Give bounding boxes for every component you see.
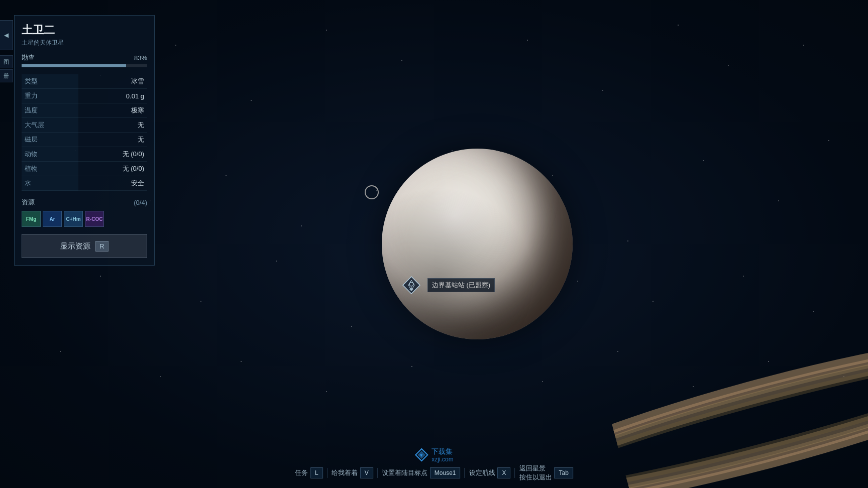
moon-body xyxy=(382,149,573,339)
planet-subtitle: 土星的天体卫星 xyxy=(22,39,147,47)
hotbar-item[interactable]: 任务L xyxy=(295,467,323,478)
chevron-left-icon: ◀ xyxy=(4,32,9,39)
stat-value: 0.01 g xyxy=(78,89,148,103)
hotbar-label: 设定航线 xyxy=(469,468,495,477)
stat-value: 冰雪 xyxy=(78,74,148,89)
resources-label: 资源 xyxy=(22,198,35,207)
moon-surface xyxy=(382,149,573,339)
watermark-icon: ▼ xyxy=(414,448,428,462)
hotbar-label: 给我着着 xyxy=(332,468,358,477)
hotbar-item[interactable]: 设定航线X xyxy=(469,467,511,478)
show-resources-button[interactable]: 显示资源 R xyxy=(22,234,147,258)
hotbar-key: Tab xyxy=(555,467,573,478)
log-icon-button[interactable]: 册 xyxy=(0,69,13,82)
stat-value: 无 (0/0) xyxy=(78,162,148,176)
stat-label: 大气层 xyxy=(22,118,78,133)
diamond-icon xyxy=(399,273,423,297)
stat-value: 无 xyxy=(78,118,148,133)
hotbar-key: V xyxy=(360,467,373,478)
hotbar-label: 设置着陆目标点 xyxy=(382,468,427,477)
stat-value: 安全 xyxy=(78,176,148,191)
hotbar-separator xyxy=(515,468,515,478)
hotbar-label: 返回星景 按住以退出 xyxy=(519,464,552,482)
map-icon-button[interactable]: 图 xyxy=(0,55,13,68)
table-row: 重力0.01 g xyxy=(22,89,147,103)
stat-label: 植物 xyxy=(22,162,78,176)
watermark-url: xzji.com xyxy=(431,456,453,463)
location-marker[interactable] xyxy=(365,185,379,199)
hotbar-separator xyxy=(377,468,378,478)
show-resources-key-badge: R xyxy=(95,241,108,252)
watermark-site-name: 下载集 xyxy=(431,447,453,456)
side-icons-panel: 图 册 xyxy=(0,55,13,82)
stat-label: 类型 xyxy=(22,74,78,89)
hotbar-key: Mouse1 xyxy=(430,467,461,478)
table-row: 动物无 (0/0) xyxy=(22,147,147,162)
map-icon: 图 xyxy=(4,58,9,66)
table-row: 类型冰雪 xyxy=(22,74,147,89)
stats-table: 类型冰雪重力0.01 g温度极寒大气层无磁层无动物无 (0/0)植物无 (0/0… xyxy=(22,74,147,191)
resource-chip[interactable]: FMg xyxy=(22,211,41,227)
resource-chip[interactable]: R-COC xyxy=(85,211,104,227)
survey-label: 勘查 xyxy=(22,53,35,62)
table-row: 水安全 xyxy=(22,176,147,191)
stat-value: 极寒 xyxy=(78,103,148,118)
hotbar: 任务L给我着着V设置着陆目标点Mouse1设定航线X返回星景 按住以退出Tab xyxy=(295,464,573,482)
stat-label: 动物 xyxy=(22,147,78,162)
stat-label: 重力 xyxy=(22,89,78,103)
resources-count: (0/4) xyxy=(134,199,147,206)
hotbar-label: 任务 xyxy=(295,468,308,477)
hotbar-separator xyxy=(465,468,465,478)
hotbar-key: L xyxy=(310,467,323,478)
settlement-marker[interactable]: 边界基站站 (已盟察) xyxy=(399,273,495,297)
hotbar-item[interactable]: 设置着陆目标点Mouse1 xyxy=(382,467,461,478)
survey-percentage: 83% xyxy=(134,54,147,62)
stat-value: 无 (0/0) xyxy=(78,147,148,162)
show-resources-label: 显示资源 xyxy=(60,241,90,251)
survey-section: 勘查 83% xyxy=(22,53,147,67)
planet-title: 土卫二 xyxy=(22,23,147,38)
stat-label: 磁层 xyxy=(22,133,78,147)
hotbar-item[interactable]: 给我着着V xyxy=(332,467,373,478)
hotbar-separator xyxy=(327,468,328,478)
survey-bar-background xyxy=(22,64,147,67)
svg-text:▼: ▼ xyxy=(419,453,423,458)
resources-section: 资源 (0/4) FMgArC+HmR-COC xyxy=(22,198,147,227)
stat-value: 无 xyxy=(78,133,148,147)
table-row: 大气层无 xyxy=(22,118,147,133)
hotbar-key: X xyxy=(498,467,511,478)
log-icon: 册 xyxy=(4,72,9,80)
info-panel: 土卫二 土星的天体卫星 勘查 83% 类型冰雪重力0.01 g温度极寒大气层无磁… xyxy=(14,15,155,266)
watermark: ▼ 下载集 xzji.com xyxy=(414,447,453,463)
resource-chip[interactable]: Ar xyxy=(43,211,62,227)
stat-label: 温度 xyxy=(22,103,78,118)
stat-label: 水 xyxy=(22,176,78,191)
table-row: 植物无 (0/0) xyxy=(22,162,147,176)
marker-circle xyxy=(365,185,379,199)
sidebar-toggle-button[interactable]: ◀ xyxy=(0,20,13,50)
resource-icons: FMgArC+HmR-COC xyxy=(22,211,147,227)
table-row: 温度极寒 xyxy=(22,103,147,118)
settlement-label: 边界基站站 (已盟察) xyxy=(427,278,495,292)
survey-bar-fill xyxy=(22,64,126,67)
resource-chip[interactable]: C+Hm xyxy=(64,211,83,227)
hotbar-item[interactable]: 返回星景 按住以退出Tab xyxy=(519,464,573,482)
table-row: 磁层无 xyxy=(22,133,147,147)
